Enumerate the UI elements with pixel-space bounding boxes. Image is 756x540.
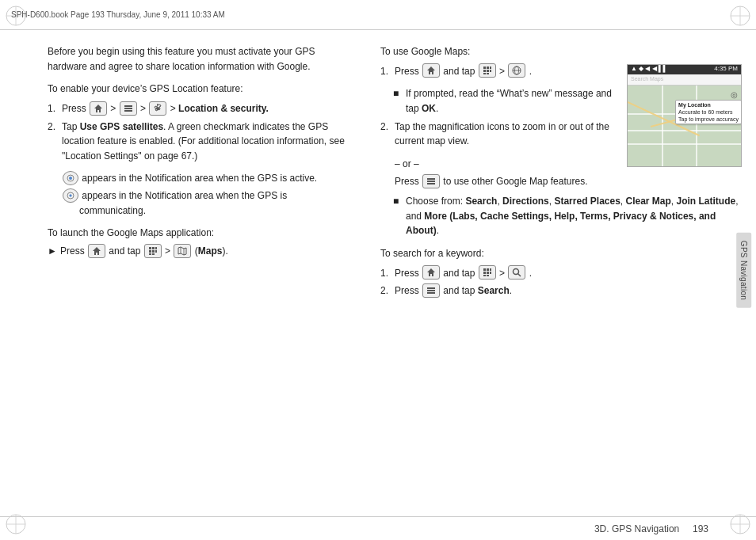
intro-text: Before you begin using this feature you … [48, 44, 355, 74]
svg-rect-48 [487, 268, 489, 271]
map-body: My Location Accurate to 60 meters Tap to… [628, 86, 741, 166]
map-compass: ◎ [731, 89, 738, 101]
svg-rect-23 [152, 247, 155, 249]
home-icon-btn-launch [88, 244, 105, 258]
svg-rect-50 [483, 272, 486, 274]
google-maps-title: To use Google Maps: [380, 44, 742, 59]
svg-marker-21 [93, 247, 101, 255]
right-column: To use Google Maps: ▲ ◆ ◀ ◀ ▌▌ 4:35 PM S… [372, 30, 756, 516]
svg-marker-30 [178, 247, 186, 255]
gm-bullet-choose: ■ Choose from: Search, Directions, Starr… [393, 194, 742, 238]
maps-icon-launch [174, 244, 191, 258]
svg-rect-34 [490, 67, 491, 69]
svg-rect-53 [483, 275, 486, 276]
enable-step-2: 2. Tap Use GPS satellites. A green check… [48, 120, 355, 164]
enable-steps-list: 1. Press > > > Location & security. [48, 101, 355, 164]
gps-comm-icon [63, 188, 78, 203]
settings-icon-btn [149, 101, 166, 116]
svg-point-17 [157, 107, 159, 109]
search-steps: 1. Press and tap > [380, 266, 742, 299]
svg-rect-15 [124, 110, 132, 112]
grid-icon-search1 [479, 265, 496, 280]
svg-rect-37 [490, 70, 491, 72]
svg-rect-57 [427, 287, 435, 289]
footer-page: 193 [693, 523, 708, 534]
bullet-item-2: appears in the Notification area when th… [62, 188, 355, 218]
svg-rect-36 [487, 70, 489, 72]
header-text: SPH-D600.book Page 193 Thursday, June 9,… [11, 10, 225, 19]
svg-rect-49 [490, 268, 491, 271]
top-bar: SPH-D600.book Page 193 Thursday, June 9,… [0, 0, 756, 30]
svg-rect-29 [152, 253, 155, 255]
launch-arrow-item: ► Press and tap > [48, 244, 355, 259]
svg-rect-32 [483, 67, 486, 69]
svg-rect-59 [427, 292, 435, 294]
map-search-placeholder: Search Maps [631, 75, 663, 84]
grid-icon-gm1 [479, 63, 496, 78]
svg-rect-52 [490, 272, 491, 274]
search-step-1: 1. Press and tap > [380, 266, 742, 281]
svg-rect-24 [155, 247, 157, 249]
map-tooltip: My Location Accurate to 60 meters Tap to… [675, 100, 742, 124]
svg-line-56 [518, 274, 521, 277]
search-icon-s1 [508, 265, 525, 280]
svg-point-55 [514, 269, 519, 275]
svg-rect-54 [487, 275, 489, 276]
bullet-item-1: appears in the Notification area when th… [62, 171, 355, 186]
left-column: Before you begin using this feature you … [0, 30, 372, 516]
home-icon-search1 [422, 265, 440, 280]
apps-grid-icon-launch [144, 244, 162, 258]
map-search-bar: Search Maps [628, 74, 741, 86]
svg-rect-35 [483, 70, 486, 72]
gps-active-icon [63, 171, 78, 185]
svg-rect-22 [149, 247, 151, 249]
svg-rect-45 [427, 183, 435, 184]
enable-step-1: 1. Press > > > Location & security. [48, 101, 355, 116]
svg-rect-33 [487, 67, 489, 69]
svg-rect-14 [124, 108, 132, 109]
svg-rect-51 [487, 272, 489, 274]
svg-marker-46 [427, 268, 435, 276]
svg-rect-43 [427, 178, 435, 180]
svg-rect-39 [487, 73, 489, 74]
menu-btn-search2 [422, 283, 440, 298]
gm-step-2: 2. Tap the magnification icons to zoom i… [380, 120, 620, 149]
svg-rect-47 [483, 268, 486, 271]
search-step-2: 2. Press and tap Search. [380, 283, 742, 299]
map-status-bar: ▲ ◆ ◀ ◀ ▌▌ 4:35 PM [628, 65, 741, 74]
svg-rect-25 [149, 250, 151, 253]
svg-rect-58 [427, 290, 435, 291]
bullet-list: appears in the Notification area when th… [62, 171, 355, 218]
home-icon-btn-1 [90, 101, 107, 116]
menu-btn-gm [422, 174, 440, 188]
svg-rect-44 [427, 181, 435, 182]
gm-step-1: 1. Press and tap > [380, 64, 620, 79]
gm-bullets-2: ■ Choose from: Search, Directions, Starr… [393, 194, 742, 238]
svg-marker-12 [94, 105, 102, 112]
svg-rect-26 [152, 250, 155, 253]
content-area: Before you begin using this feature you … [0, 30, 756, 516]
launch-title: To launch the Google Maps application: [48, 226, 355, 241]
gm-press-menu: Press to use other Google Map features. [395, 174, 742, 189]
footer-section: 3D. GPS Navigation [594, 523, 679, 534]
map-screenshot: ▲ ◆ ◀ ◀ ▌▌ 4:35 PM Search Maps My Loca [627, 64, 742, 167]
svg-rect-38 [483, 73, 486, 74]
svg-rect-28 [149, 253, 151, 255]
svg-marker-31 [427, 67, 435, 74]
enable-title: To enable your device’s GPS Location fea… [48, 82, 355, 97]
bottom-bar: 3D. GPS Navigation 193 [0, 516, 756, 540]
gm-bullet-prompted: ■ If prompted, read the “What’s new” mes… [393, 86, 620, 116]
menu-icon-btn-1 [120, 101, 137, 116]
svg-rect-27 [155, 250, 157, 253]
svg-rect-13 [124, 105, 132, 107]
home-icon-gm1 [422, 63, 440, 78]
globe-icon-gm1 [508, 63, 525, 78]
search-title: To search for a keyword: [380, 246, 742, 261]
svg-point-19 [69, 177, 72, 180]
